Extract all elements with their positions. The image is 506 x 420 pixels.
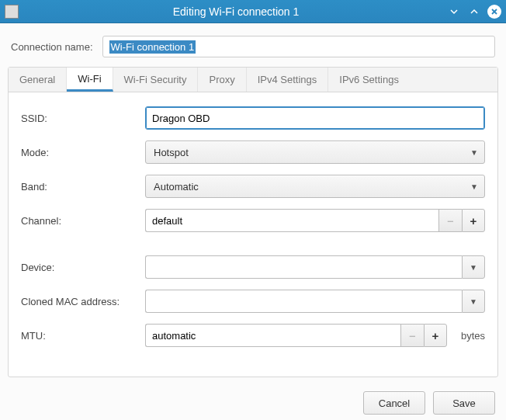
channel-increment[interactable]: + [462, 209, 485, 232]
tab-body-wifi: SSID: Mode: Hotspot ▼ Band: Automatic ▼ [9, 92, 497, 377]
tab-ipv6[interactable]: IPv6 Settings [328, 68, 410, 92]
connection-name-row: Connection name: Wi-Fi connection 1 [0, 23, 506, 67]
chevron-down-icon: ▼ [470, 182, 478, 191]
channel-spin: − + [145, 209, 485, 232]
close-icon [490, 8, 498, 16]
row-mtu: MTU: − + bytes [21, 324, 485, 347]
tab-ipv4[interactable]: IPv4 Settings [247, 68, 329, 92]
chevron-down-icon: ▼ [470, 263, 477, 272]
connection-name-label: Connection name: [11, 41, 93, 53]
channel-decrement[interactable]: − [438, 209, 462, 232]
app-icon [5, 5, 19, 19]
row-mode: Mode: Hotspot ▼ [21, 141, 485, 164]
cloned-mac-label: Cloned MAC address: [21, 296, 137, 307]
chevron-down-icon [449, 7, 459, 16]
row-band: Band: Automatic ▼ [21, 175, 485, 198]
channel-label: Channel: [21, 215, 137, 227]
device-combo: ▼ [145, 255, 485, 279]
tabs: General Wi-Fi Wi-Fi Security Proxy IPv4 … [9, 68, 497, 92]
mode-select[interactable]: Hotspot ▼ [145, 141, 485, 164]
tabs-container: General Wi-Fi Wi-Fi Security Proxy IPv4 … [8, 67, 498, 377]
tab-wifi-security[interactable]: Wi-Fi Security [113, 68, 199, 92]
band-value: Automatic [154, 181, 199, 193]
connection-name-input[interactable]: Wi-Fi connection 1 [102, 36, 495, 57]
connection-name-value: Wi-Fi connection 1 [109, 40, 196, 54]
window-title: Editing Wi-Fi connection 1 [25, 5, 447, 18]
mode-label: Mode: [21, 147, 137, 158]
minimize-button[interactable] [447, 5, 461, 19]
row-device: Device: ▼ [21, 255, 485, 279]
mtu-suffix: bytes [461, 330, 485, 342]
tab-general[interactable]: General [9, 68, 67, 92]
chevron-down-icon: ▼ [470, 297, 477, 306]
mtu-label: MTU: [21, 330, 137, 342]
mode-value: Hotspot [154, 147, 189, 158]
close-button[interactable] [487, 5, 501, 19]
mtu-spin: − + [145, 324, 447, 347]
mtu-decrement[interactable]: − [400, 324, 424, 347]
chevron-up-icon [470, 7, 479, 16]
tab-wifi[interactable]: Wi-Fi [67, 68, 113, 92]
chevron-down-icon: ▼ [470, 148, 478, 157]
device-label: Device: [21, 262, 137, 273]
window-buttons [447, 5, 501, 19]
titlebar: Editing Wi-Fi connection 1 [0, 0, 506, 23]
footer: Cancel Save [0, 377, 506, 415]
mtu-input[interactable] [145, 324, 400, 347]
ssid-label: SSID: [21, 113, 137, 124]
cloned-mac-dropdown[interactable]: ▼ [462, 290, 485, 313]
save-button[interactable]: Save [433, 391, 495, 415]
channel-input[interactable] [145, 209, 438, 232]
device-dropdown[interactable]: ▼ [462, 255, 485, 279]
band-label: Band: [21, 181, 137, 193]
row-ssid: SSID: [21, 106, 485, 130]
maximize-button[interactable] [467, 5, 481, 19]
ssid-input[interactable] [145, 106, 485, 130]
cancel-button[interactable]: Cancel [363, 391, 425, 415]
mtu-increment[interactable]: + [424, 324, 447, 347]
device-input[interactable] [145, 255, 462, 279]
tab-proxy[interactable]: Proxy [198, 68, 246, 92]
cloned-mac-input[interactable] [145, 290, 462, 313]
band-select[interactable]: Automatic ▼ [145, 175, 485, 198]
row-cloned-mac: Cloned MAC address: ▼ [21, 290, 485, 313]
cloned-mac-combo: ▼ [145, 290, 485, 313]
row-channel: Channel: − + [21, 209, 485, 232]
